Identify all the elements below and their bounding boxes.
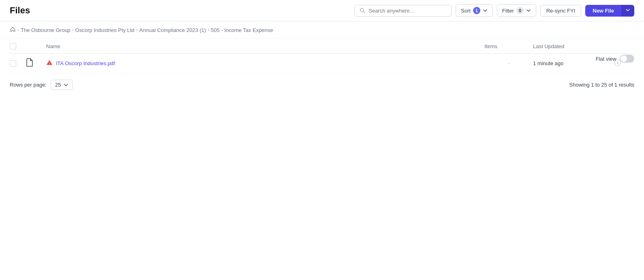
- breadcrumb-separator-0: ›: [17, 27, 19, 33]
- pagination-info: Showing 1 to 25 of 1 results: [569, 82, 634, 88]
- page-header: Files Sort 1 Filter 0 R: [0, 0, 644, 21]
- row-checkbox-col: [10, 60, 26, 67]
- filter-label: Filter: [502, 8, 514, 14]
- header-name-col: Name: [46, 43, 484, 49]
- header-checkbox-col: [10, 43, 26, 49]
- row-checkbox[interactable]: [10, 60, 16, 67]
- file-name-link[interactable]: ITA Oscorp Industries.pdf: [56, 60, 115, 66]
- row-icon-col: [26, 58, 46, 69]
- filter-chevron-icon: [526, 8, 531, 13]
- select-all-checkbox[interactable]: [10, 43, 16, 49]
- breadcrumb-separator-2: ›: [136, 27, 138, 33]
- header-updated-col: Last Updated: [533, 43, 614, 49]
- breadcrumb-item-3[interactable]: 505 - Income Tax Expense: [211, 27, 273, 33]
- new-file-chevron-icon: [625, 8, 630, 13]
- filter-count-badge: 0: [516, 7, 524, 14]
- search-box[interactable]: [354, 5, 452, 17]
- flat-view-label: Flat view: [596, 56, 616, 62]
- table-header: Name Items Last Updated: [10, 39, 634, 54]
- home-icon: [10, 26, 16, 32]
- rows-per-page-label: Rows per page:: [10, 82, 47, 88]
- sort-chevron-icon: [483, 8, 488, 13]
- breadcrumb: › The Osbourne Group › Oscorp Industries…: [0, 21, 644, 39]
- filter-button[interactable]: Filter 0: [497, 4, 536, 17]
- breadcrumb-separator-1: ›: [72, 27, 74, 33]
- rows-per-page-value: 25: [55, 82, 61, 88]
- header-controls: Sort 1 Filter 0 Re-sync FYI New File: [354, 4, 634, 17]
- search-input[interactable]: [369, 8, 446, 14]
- resync-button[interactable]: Re-sync FYI: [540, 5, 582, 17]
- sort-label: Sort: [461, 8, 471, 14]
- flat-view-toggle[interactable]: [620, 55, 634, 63]
- breadcrumb-item-1[interactable]: Oscorp Industries Pty Ltd: [75, 27, 134, 33]
- rows-per-page-control: Rows per page: 25: [10, 80, 73, 90]
- warning-icon: !: [46, 59, 53, 68]
- breadcrumb-item-2[interactable]: Annual Compliance 2023 (1): [139, 27, 206, 33]
- flat-view-area: Flat view: [596, 55, 634, 63]
- rows-per-page-select[interactable]: 25: [51, 80, 73, 90]
- new-file-button[interactable]: New File: [585, 5, 621, 17]
- breadcrumb-item-0[interactable]: The Osbourne Group: [21, 27, 70, 33]
- svg-line-1: [363, 11, 365, 13]
- svg-text:!: !: [49, 62, 50, 65]
- new-file-dropdown-button[interactable]: [621, 5, 634, 17]
- header-items-col: Items: [484, 43, 533, 49]
- sort-button[interactable]: Sort 1: [456, 4, 493, 17]
- breadcrumb-separator-3: ›: [208, 27, 209, 33]
- row-items-col: -: [484, 60, 533, 66]
- page-title: Files: [10, 5, 30, 16]
- rows-per-page-chevron-icon: [64, 83, 68, 87]
- files-table: Name Items Last Updated ! ITA Os: [0, 39, 644, 73]
- table-footer: Rows per page: 25 Showing 1 to 25 of 1 r…: [0, 73, 644, 96]
- breadcrumb-home[interactable]: [10, 26, 16, 34]
- search-icon: [360, 8, 365, 13]
- sort-count-badge: 1: [473, 7, 480, 14]
- new-file-group: New File: [585, 5, 634, 17]
- file-type-icon: [26, 60, 33, 68]
- row-name-col: ! ITA Oscorp Industries.pdf: [46, 59, 484, 68]
- table-row: ! ITA Oscorp Industries.pdf - 1 minute a…: [10, 54, 634, 73]
